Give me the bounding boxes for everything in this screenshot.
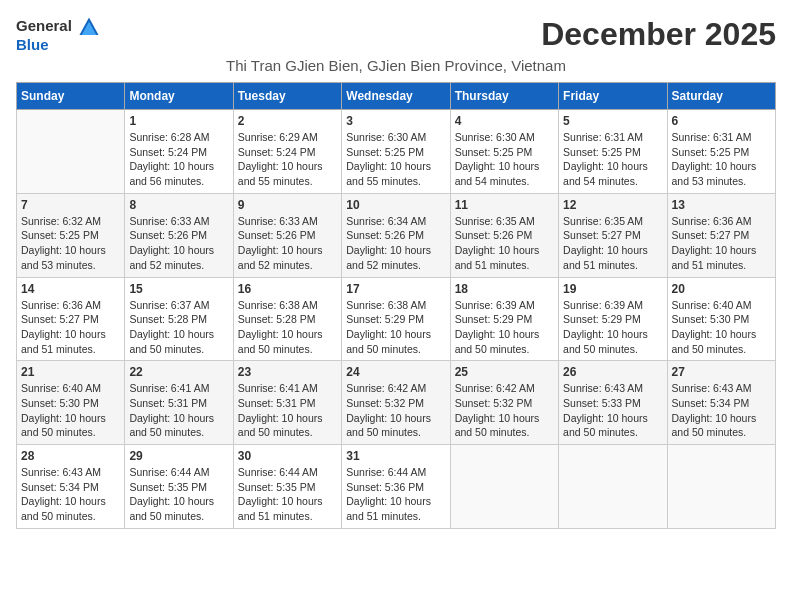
col-wednesday: Wednesday (342, 83, 450, 110)
table-row: 2Sunrise: 6:29 AMSunset: 5:24 PMDaylight… (233, 110, 341, 194)
logo-text: General Blue (16, 16, 100, 53)
table-row: 31Sunrise: 6:44 AMSunset: 5:36 PMDayligh… (342, 445, 450, 529)
day-info: Sunrise: 6:30 AMSunset: 5:25 PMDaylight:… (455, 130, 554, 189)
day-info: Sunrise: 6:34 AMSunset: 5:26 PMDaylight:… (346, 214, 445, 273)
day-number: 3 (346, 114, 445, 128)
col-thursday: Thursday (450, 83, 558, 110)
table-row: 7Sunrise: 6:32 AMSunset: 5:25 PMDaylight… (17, 193, 125, 277)
table-row: 12Sunrise: 6:35 AMSunset: 5:27 PMDayligh… (559, 193, 667, 277)
table-row: 30Sunrise: 6:44 AMSunset: 5:35 PMDayligh… (233, 445, 341, 529)
day-number: 23 (238, 365, 337, 379)
table-row: 4Sunrise: 6:30 AMSunset: 5:25 PMDaylight… (450, 110, 558, 194)
table-row (667, 445, 775, 529)
day-info: Sunrise: 6:32 AMSunset: 5:25 PMDaylight:… (21, 214, 120, 273)
logo-icon (78, 16, 100, 38)
logo: General Blue (16, 16, 100, 53)
table-row: 10Sunrise: 6:34 AMSunset: 5:26 PMDayligh… (342, 193, 450, 277)
day-number: 6 (672, 114, 771, 128)
col-sunday: Sunday (17, 83, 125, 110)
table-row: 26Sunrise: 6:43 AMSunset: 5:33 PMDayligh… (559, 361, 667, 445)
page-container: General Blue December 2025 Thi Tran GJie… (16, 16, 776, 529)
col-tuesday: Tuesday (233, 83, 341, 110)
table-row: 15Sunrise: 6:37 AMSunset: 5:28 PMDayligh… (125, 277, 233, 361)
logo-general-text: General (16, 17, 72, 34)
day-info: Sunrise: 6:33 AMSunset: 5:26 PMDaylight:… (238, 214, 337, 273)
table-row (559, 445, 667, 529)
table-row: 22Sunrise: 6:41 AMSunset: 5:31 PMDayligh… (125, 361, 233, 445)
day-info: Sunrise: 6:28 AMSunset: 5:24 PMDaylight:… (129, 130, 228, 189)
day-number: 18 (455, 282, 554, 296)
day-number: 7 (21, 198, 120, 212)
table-row: 25Sunrise: 6:42 AMSunset: 5:32 PMDayligh… (450, 361, 558, 445)
day-number: 10 (346, 198, 445, 212)
day-info: Sunrise: 6:36 AMSunset: 5:27 PMDaylight:… (21, 298, 120, 357)
day-number: 16 (238, 282, 337, 296)
logo-blue-text: Blue (16, 36, 100, 53)
table-row: 24Sunrise: 6:42 AMSunset: 5:32 PMDayligh… (342, 361, 450, 445)
day-info: Sunrise: 6:29 AMSunset: 5:24 PMDaylight:… (238, 130, 337, 189)
day-info: Sunrise: 6:36 AMSunset: 5:27 PMDaylight:… (672, 214, 771, 273)
col-friday: Friday (559, 83, 667, 110)
location-title: Thi Tran GJien Bien, GJien Bien Province… (16, 57, 776, 74)
table-row: 18Sunrise: 6:39 AMSunset: 5:29 PMDayligh… (450, 277, 558, 361)
day-number: 24 (346, 365, 445, 379)
day-number: 13 (672, 198, 771, 212)
calendar-table: Sunday Monday Tuesday Wednesday Thursday… (16, 82, 776, 529)
col-saturday: Saturday (667, 83, 775, 110)
day-number: 29 (129, 449, 228, 463)
table-row: 21Sunrise: 6:40 AMSunset: 5:30 PMDayligh… (17, 361, 125, 445)
day-number: 2 (238, 114, 337, 128)
day-number: 14 (21, 282, 120, 296)
calendar-week-row: 7Sunrise: 6:32 AMSunset: 5:25 PMDaylight… (17, 193, 776, 277)
day-number: 21 (21, 365, 120, 379)
table-row: 11Sunrise: 6:35 AMSunset: 5:26 PMDayligh… (450, 193, 558, 277)
day-number: 15 (129, 282, 228, 296)
day-info: Sunrise: 6:44 AMSunset: 5:35 PMDaylight:… (129, 465, 228, 524)
day-number: 25 (455, 365, 554, 379)
day-info: Sunrise: 6:42 AMSunset: 5:32 PMDaylight:… (346, 381, 445, 440)
day-info: Sunrise: 6:38 AMSunset: 5:28 PMDaylight:… (238, 298, 337, 357)
day-info: Sunrise: 6:41 AMSunset: 5:31 PMDaylight:… (129, 381, 228, 440)
day-info: Sunrise: 6:40 AMSunset: 5:30 PMDaylight:… (21, 381, 120, 440)
calendar-header-row: Sunday Monday Tuesday Wednesday Thursday… (17, 83, 776, 110)
day-number: 19 (563, 282, 662, 296)
table-row: 19Sunrise: 6:39 AMSunset: 5:29 PMDayligh… (559, 277, 667, 361)
table-row: 9Sunrise: 6:33 AMSunset: 5:26 PMDaylight… (233, 193, 341, 277)
day-info: Sunrise: 6:35 AMSunset: 5:27 PMDaylight:… (563, 214, 662, 273)
day-number: 17 (346, 282, 445, 296)
day-info: Sunrise: 6:30 AMSunset: 5:25 PMDaylight:… (346, 130, 445, 189)
day-info: Sunrise: 6:44 AMSunset: 5:36 PMDaylight:… (346, 465, 445, 524)
col-monday: Monday (125, 83, 233, 110)
day-info: Sunrise: 6:38 AMSunset: 5:29 PMDaylight:… (346, 298, 445, 357)
day-number: 1 (129, 114, 228, 128)
day-number: 4 (455, 114, 554, 128)
calendar-week-row: 1Sunrise: 6:28 AMSunset: 5:24 PMDaylight… (17, 110, 776, 194)
table-row: 29Sunrise: 6:44 AMSunset: 5:35 PMDayligh… (125, 445, 233, 529)
day-number: 9 (238, 198, 337, 212)
logo-general: General (16, 16, 100, 38)
day-number: 8 (129, 198, 228, 212)
day-info: Sunrise: 6:43 AMSunset: 5:34 PMDaylight:… (672, 381, 771, 440)
calendar-week-row: 21Sunrise: 6:40 AMSunset: 5:30 PMDayligh… (17, 361, 776, 445)
day-info: Sunrise: 6:31 AMSunset: 5:25 PMDaylight:… (672, 130, 771, 189)
day-info: Sunrise: 6:43 AMSunset: 5:34 PMDaylight:… (21, 465, 120, 524)
table-row (17, 110, 125, 194)
table-row: 1Sunrise: 6:28 AMSunset: 5:24 PMDaylight… (125, 110, 233, 194)
day-number: 20 (672, 282, 771, 296)
calendar-week-row: 14Sunrise: 6:36 AMSunset: 5:27 PMDayligh… (17, 277, 776, 361)
day-number: 28 (21, 449, 120, 463)
day-info: Sunrise: 6:37 AMSunset: 5:28 PMDaylight:… (129, 298, 228, 357)
day-number: 27 (672, 365, 771, 379)
day-number: 12 (563, 198, 662, 212)
day-info: Sunrise: 6:42 AMSunset: 5:32 PMDaylight:… (455, 381, 554, 440)
table-row: 28Sunrise: 6:43 AMSunset: 5:34 PMDayligh… (17, 445, 125, 529)
table-row: 6Sunrise: 6:31 AMSunset: 5:25 PMDaylight… (667, 110, 775, 194)
month-title: December 2025 (541, 16, 776, 53)
table-row: 16Sunrise: 6:38 AMSunset: 5:28 PMDayligh… (233, 277, 341, 361)
table-row: 27Sunrise: 6:43 AMSunset: 5:34 PMDayligh… (667, 361, 775, 445)
day-info: Sunrise: 6:33 AMSunset: 5:26 PMDaylight:… (129, 214, 228, 273)
day-info: Sunrise: 6:41 AMSunset: 5:31 PMDaylight:… (238, 381, 337, 440)
table-row: 17Sunrise: 6:38 AMSunset: 5:29 PMDayligh… (342, 277, 450, 361)
day-number: 30 (238, 449, 337, 463)
table-row: 8Sunrise: 6:33 AMSunset: 5:26 PMDaylight… (125, 193, 233, 277)
